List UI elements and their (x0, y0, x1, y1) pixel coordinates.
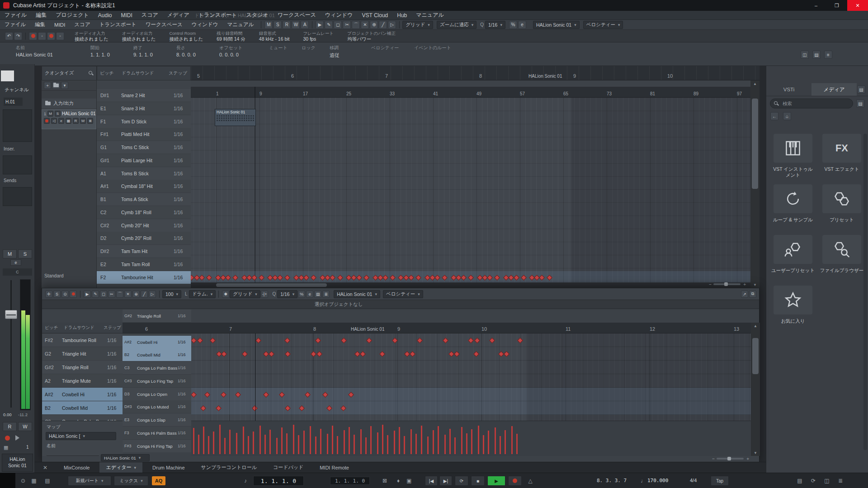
velocity-bar[interactable] (495, 427, 496, 454)
info-value[interactable] (269, 52, 302, 62)
step-cell[interactable]: 1/16 (107, 365, 123, 370)
velocity-bar[interactable] (198, 435, 199, 454)
note-diamond[interactable] (363, 275, 369, 281)
note-diamond[interactable] (340, 405, 346, 411)
home-icon[interactable]: ⌂ (783, 112, 791, 120)
play-button[interactable]: ▶ (487, 476, 505, 486)
note-diamond[interactable] (356, 275, 362, 281)
drum-sound-row[interactable]: F#2Tambourine Roll1/16 (97, 284, 191, 288)
rack-settings-icon[interactable]: ▤ (857, 85, 865, 94)
cycle-button[interactable]: ⟳ (455, 476, 468, 486)
editor-ruler[interactable]: 191725334149576573818997 (191, 87, 750, 98)
velocity-bar[interactable] (236, 433, 237, 454)
folder-icon[interactable] (52, 82, 60, 89)
velocity-bar[interactable] (505, 430, 506, 454)
step-cell[interactable]: 1/16 (174, 131, 191, 137)
track-name[interactable]: HALion Sonic 01 (62, 111, 96, 116)
step-cell[interactable]: 1/16 (178, 392, 191, 396)
note-diamond[interactable] (348, 392, 354, 398)
volume-fader[interactable] (5, 310, 17, 319)
swing-icon[interactable]: % (298, 291, 305, 298)
drum-sound-row[interactable]: G#1Piatti Large Hit1/16 (97, 154, 191, 167)
tab-vsti[interactable]: VSTi (766, 83, 811, 96)
media-tile-vst-effects[interactable]: FX VST エフェクト (820, 134, 864, 178)
note-diamond[interactable] (514, 275, 519, 281)
velocity-bar[interactable] (360, 429, 362, 454)
note-diamond[interactable] (197, 338, 203, 343)
drum-sound-row[interactable]: F1Tom D Stick1/16 (97, 115, 191, 128)
note-diamond[interactable] (316, 351, 322, 357)
velocity-bar[interactable] (320, 429, 321, 454)
velocity-bar[interactable] (377, 432, 378, 454)
note-diamond[interactable] (221, 351, 227, 357)
midi-record-mode-dropdown[interactable]: 新規パート (68, 476, 111, 486)
drum-sound-row[interactable]: G#2Triangle Roll1/16 (42, 361, 123, 374)
step-cell[interactable]: 1/16 (174, 106, 191, 111)
mute-button[interactable]: M (3, 249, 17, 258)
time-signature-display[interactable]: 4/4 (690, 478, 697, 483)
velocity-bar[interactable] (488, 431, 489, 454)
note-diamond[interactable] (408, 275, 414, 281)
note-diamond[interactable] (354, 351, 360, 357)
editor-menu-item[interactable]: マニュアル (223, 20, 259, 29)
note-diamond[interactable] (255, 338, 261, 343)
instrument-track[interactable]: 1 M S HALion Sonic 01 ◁ e ▦ R W ≣ (42, 109, 96, 129)
note-diamond[interactable] (461, 275, 467, 281)
step-cell[interactable]: 1/16 (174, 197, 191, 202)
step-cell[interactable]: 1/16 (107, 405, 123, 411)
velocity-bar[interactable] (483, 435, 484, 454)
note-diamond[interactable] (330, 275, 336, 281)
drum-editor-grid[interactable] (191, 333, 751, 421)
volume-value[interactable]: 0.00 (3, 412, 12, 417)
automation-button[interactable]: R (283, 21, 291, 29)
drum-sound-row[interactable]: A2Triangle Mute1/16 (42, 374, 123, 388)
note-diamond[interactable] (434, 275, 440, 281)
note-diamond[interactable] (221, 392, 226, 398)
step-cell[interactable]: 1/16 (178, 314, 191, 318)
velocity-bar[interactable] (365, 437, 367, 454)
velocity-bar[interactable] (433, 430, 434, 454)
solo-button[interactable]: S (18, 249, 32, 258)
scroll-up-icon[interactable]: ▲ (750, 80, 760, 87)
note-diamond[interactable] (443, 338, 448, 343)
drum-sound-row[interactable]: C#3Conga Lo Fing Tap1/16 (123, 375, 191, 388)
track-solo-button[interactable]: S (55, 111, 61, 117)
note-diamond[interactable] (199, 275, 205, 281)
scrollbar-thumb[interactable] (752, 338, 759, 374)
note-diamond[interactable] (392, 338, 398, 343)
record-button[interactable] (508, 476, 522, 486)
step-cell[interactable]: 1/16 (107, 351, 123, 357)
info-value[interactable]: 追従 (330, 52, 371, 62)
setup-window-layout-icon[interactable]: ◫ (801, 51, 809, 59)
velocity-bar[interactable] (332, 426, 333, 454)
vertical-scrollbar[interactable]: ▲ ▼ (750, 80, 760, 288)
track-mute-button[interactable]: M (47, 111, 53, 117)
step-cell[interactable]: 1/16 (178, 340, 191, 344)
drum-sound-row[interactable]: A1Toms B Stick1/16 (97, 167, 191, 180)
project-ruler[interactable]: 567891011HALion Sonic 01 (191, 66, 763, 80)
automation-button[interactable]: A (301, 21, 309, 29)
pin-icon[interactable]: ✛ (45, 291, 52, 298)
note-diamond[interactable] (454, 351, 460, 357)
note-diamond[interactable] (232, 275, 238, 281)
velocity-bar[interactable] (349, 427, 350, 454)
maximize-button[interactable]: ❐ (826, 0, 847, 11)
step-cell[interactable]: 1/16 (178, 418, 191, 422)
filter-tracks-icon[interactable]: ▾ (61, 82, 68, 89)
menu-item[interactable]: MIDI (117, 11, 137, 20)
racks-icon[interactable]: ▤ (812, 51, 821, 59)
step-cell[interactable]: 1/16 (174, 171, 191, 176)
velocity-bar[interactable] (500, 436, 501, 454)
vertical-scrollbar[interactable]: ▲ ▼ (751, 323, 760, 456)
track-write-icon[interactable]: W (80, 118, 86, 124)
note-diamond[interactable] (468, 275, 474, 281)
note-diamond[interactable] (504, 351, 509, 357)
note-diamond[interactable] (191, 392, 197, 398)
editor-menu-item[interactable]: ワークスペース (141, 20, 187, 29)
drumsound-column-header[interactable]: ドラムサウンド (122, 70, 169, 76)
info-value[interactable]: 0. 0. 0. 0 (219, 52, 269, 62)
back-icon[interactable]: ← (770, 112, 778, 120)
velocity-bar[interactable] (337, 436, 338, 454)
velocity-bar[interactable] (454, 437, 456, 454)
step-column-header[interactable]: ステップ (169, 70, 190, 76)
